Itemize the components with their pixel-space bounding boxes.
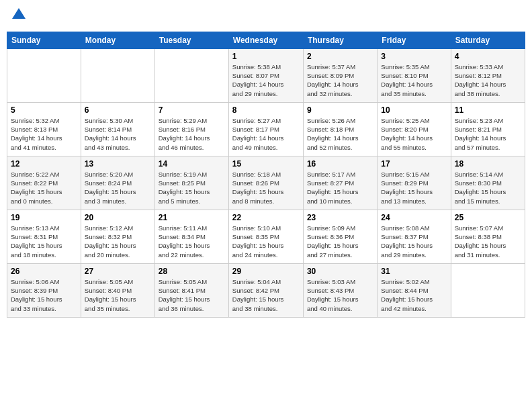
day-info: Sunrise: 5:07 AMSunset: 8:38 PMDaylight:… bbox=[455, 224, 521, 259]
day-cell: 31Sunrise: 5:02 AMSunset: 8:44 PMDayligh… bbox=[378, 263, 451, 317]
day-number: 15 bbox=[232, 159, 300, 169]
day-number: 1 bbox=[232, 52, 300, 61]
day-cell: 22Sunrise: 5:10 AMSunset: 8:35 PMDayligh… bbox=[228, 210, 303, 263]
day-number: 19 bbox=[11, 213, 77, 222]
day-cell: 23Sunrise: 5:09 AMSunset: 8:36 PMDayligh… bbox=[303, 210, 377, 263]
day-info: Sunrise: 5:27 AMSunset: 8:17 PMDaylight:… bbox=[232, 116, 300, 152]
day-cell: 7Sunrise: 5:29 AMSunset: 8:16 PMDaylight… bbox=[154, 102, 228, 156]
day-number: 7 bbox=[159, 105, 225, 115]
header-friday: Friday bbox=[378, 32, 451, 48]
day-info: Sunrise: 5:12 AMSunset: 8:32 PMDaylight:… bbox=[85, 224, 151, 259]
day-number: 20 bbox=[85, 213, 151, 222]
day-info: Sunrise: 5:15 AMSunset: 8:29 PMDaylight:… bbox=[381, 170, 447, 205]
day-info: Sunrise: 5:35 AMSunset: 8:10 PMDaylight:… bbox=[381, 62, 447, 98]
day-info: Sunrise: 5:26 AMSunset: 8:18 PMDaylight:… bbox=[307, 116, 373, 152]
day-info: Sunrise: 5:19 AMSunset: 8:25 PMDaylight:… bbox=[159, 170, 225, 205]
week-row-2: 5Sunrise: 5:32 AMSunset: 8:13 PMDaylight… bbox=[7, 102, 525, 156]
page-header bbox=[7, 7, 525, 26]
day-cell: 19Sunrise: 5:13 AMSunset: 8:31 PMDayligh… bbox=[7, 210, 81, 263]
day-info: Sunrise: 5:05 AMSunset: 8:41 PMDaylight:… bbox=[159, 277, 225, 313]
day-info: Sunrise: 5:30 AMSunset: 8:14 PMDaylight:… bbox=[85, 116, 151, 152]
day-cell: 11Sunrise: 5:23 AMSunset: 8:21 PMDayligh… bbox=[451, 102, 525, 156]
day-info: Sunrise: 5:22 AMSunset: 8:22 PMDaylight:… bbox=[11, 170, 77, 205]
day-info: Sunrise: 5:32 AMSunset: 8:13 PMDaylight:… bbox=[11, 116, 77, 152]
day-number: 9 bbox=[307, 105, 373, 115]
day-number: 11 bbox=[455, 105, 521, 115]
calendar-table: SundayMondayTuesdayWednesdayThursdayFrid… bbox=[7, 32, 525, 318]
day-number: 22 bbox=[232, 213, 300, 222]
day-number: 24 bbox=[381, 213, 447, 222]
day-cell: 18Sunrise: 5:14 AMSunset: 8:30 PMDayligh… bbox=[451, 156, 525, 210]
header-wednesday: Wednesday bbox=[228, 32, 303, 48]
logo-icon bbox=[11, 7, 27, 23]
day-cell: 4Sunrise: 5:33 AMSunset: 8:12 PMDaylight… bbox=[451, 48, 525, 102]
day-cell: 16Sunrise: 5:17 AMSunset: 8:27 PMDayligh… bbox=[303, 156, 377, 210]
header-tuesday: Tuesday bbox=[154, 32, 228, 48]
day-cell: 10Sunrise: 5:25 AMSunset: 8:20 PMDayligh… bbox=[378, 102, 451, 156]
week-row-4: 19Sunrise: 5:13 AMSunset: 8:31 PMDayligh… bbox=[7, 210, 525, 263]
day-cell: 27Sunrise: 5:05 AMSunset: 8:40 PMDayligh… bbox=[81, 263, 154, 317]
day-cell: 25Sunrise: 5:07 AMSunset: 8:38 PMDayligh… bbox=[451, 210, 525, 263]
day-cell: 2Sunrise: 5:37 AMSunset: 8:09 PMDaylight… bbox=[303, 48, 377, 102]
day-number: 27 bbox=[85, 267, 151, 276]
day-number: 26 bbox=[11, 267, 77, 276]
day-cell: 24Sunrise: 5:08 AMSunset: 8:37 PMDayligh… bbox=[378, 210, 451, 263]
day-info: Sunrise: 5:09 AMSunset: 8:36 PMDaylight:… bbox=[307, 224, 373, 259]
day-info: Sunrise: 5:02 AMSunset: 8:44 PMDaylight:… bbox=[381, 277, 447, 313]
day-cell bbox=[154, 48, 228, 102]
header-monday: Monday bbox=[81, 32, 154, 48]
day-cell: 3Sunrise: 5:35 AMSunset: 8:10 PMDaylight… bbox=[378, 48, 451, 102]
header-thursday: Thursday bbox=[303, 32, 377, 48]
day-info: Sunrise: 5:25 AMSunset: 8:20 PMDaylight:… bbox=[381, 116, 447, 152]
day-info: Sunrise: 5:18 AMSunset: 8:26 PMDaylight:… bbox=[232, 170, 300, 205]
day-number: 28 bbox=[159, 267, 225, 276]
day-number: 21 bbox=[159, 213, 225, 222]
day-number: 2 bbox=[307, 52, 373, 61]
day-info: Sunrise: 5:38 AMSunset: 8:07 PMDaylight:… bbox=[232, 62, 300, 98]
day-number: 25 bbox=[455, 213, 521, 222]
day-cell: 13Sunrise: 5:20 AMSunset: 8:24 PMDayligh… bbox=[81, 156, 154, 210]
day-cell: 29Sunrise: 5:04 AMSunset: 8:42 PMDayligh… bbox=[228, 263, 303, 317]
day-number: 5 bbox=[11, 105, 77, 115]
day-info: Sunrise: 5:13 AMSunset: 8:31 PMDaylight:… bbox=[11, 224, 77, 259]
day-cell: 30Sunrise: 5:03 AMSunset: 8:43 PMDayligh… bbox=[303, 263, 377, 317]
day-number: 23 bbox=[307, 213, 373, 222]
day-info: Sunrise: 5:37 AMSunset: 8:09 PMDaylight:… bbox=[307, 62, 373, 98]
day-info: Sunrise: 5:06 AMSunset: 8:39 PMDaylight:… bbox=[11, 277, 77, 313]
day-cell: 15Sunrise: 5:18 AMSunset: 8:26 PMDayligh… bbox=[228, 156, 303, 210]
day-info: Sunrise: 5:08 AMSunset: 8:37 PMDaylight:… bbox=[381, 224, 447, 259]
day-number: 31 bbox=[381, 267, 447, 276]
header-sunday: Sunday bbox=[7, 32, 81, 48]
day-number: 18 bbox=[455, 159, 521, 169]
day-number: 3 bbox=[381, 52, 447, 61]
day-info: Sunrise: 5:33 AMSunset: 8:12 PMDaylight:… bbox=[455, 62, 521, 98]
day-info: Sunrise: 5:03 AMSunset: 8:43 PMDaylight:… bbox=[307, 277, 373, 313]
logo bbox=[9, 7, 27, 26]
day-info: Sunrise: 5:20 AMSunset: 8:24 PMDaylight:… bbox=[85, 170, 151, 205]
day-cell: 14Sunrise: 5:19 AMSunset: 8:25 PMDayligh… bbox=[154, 156, 228, 210]
day-cell: 28Sunrise: 5:05 AMSunset: 8:41 PMDayligh… bbox=[154, 263, 228, 317]
header-saturday: Saturday bbox=[451, 32, 525, 48]
day-cell: 5Sunrise: 5:32 AMSunset: 8:13 PMDaylight… bbox=[7, 102, 81, 156]
svg-marker-0 bbox=[12, 8, 26, 19]
day-number: 13 bbox=[85, 159, 151, 169]
day-cell: 20Sunrise: 5:12 AMSunset: 8:32 PMDayligh… bbox=[81, 210, 154, 263]
day-number: 4 bbox=[455, 52, 521, 61]
week-row-5: 26Sunrise: 5:06 AMSunset: 8:39 PMDayligh… bbox=[7, 263, 525, 317]
day-cell: 12Sunrise: 5:22 AMSunset: 8:22 PMDayligh… bbox=[7, 156, 81, 210]
day-number: 29 bbox=[232, 267, 300, 276]
day-cell: 6Sunrise: 5:30 AMSunset: 8:14 PMDaylight… bbox=[81, 102, 154, 156]
day-info: Sunrise: 5:11 AMSunset: 8:34 PMDaylight:… bbox=[159, 224, 225, 259]
day-number: 14 bbox=[159, 159, 225, 169]
day-number: 16 bbox=[307, 159, 373, 169]
day-cell bbox=[451, 263, 525, 317]
day-info: Sunrise: 5:05 AMSunset: 8:40 PMDaylight:… bbox=[85, 277, 151, 313]
header-row: SundayMondayTuesdayWednesdayThursdayFrid… bbox=[7, 32, 525, 48]
day-info: Sunrise: 5:14 AMSunset: 8:30 PMDaylight:… bbox=[455, 170, 521, 205]
day-number: 10 bbox=[381, 105, 447, 115]
day-number: 8 bbox=[232, 105, 300, 115]
day-cell: 26Sunrise: 5:06 AMSunset: 8:39 PMDayligh… bbox=[7, 263, 81, 317]
day-cell: 17Sunrise: 5:15 AMSunset: 8:29 PMDayligh… bbox=[378, 156, 451, 210]
day-info: Sunrise: 5:17 AMSunset: 8:27 PMDaylight:… bbox=[307, 170, 373, 205]
day-info: Sunrise: 5:29 AMSunset: 8:16 PMDaylight:… bbox=[159, 116, 225, 152]
